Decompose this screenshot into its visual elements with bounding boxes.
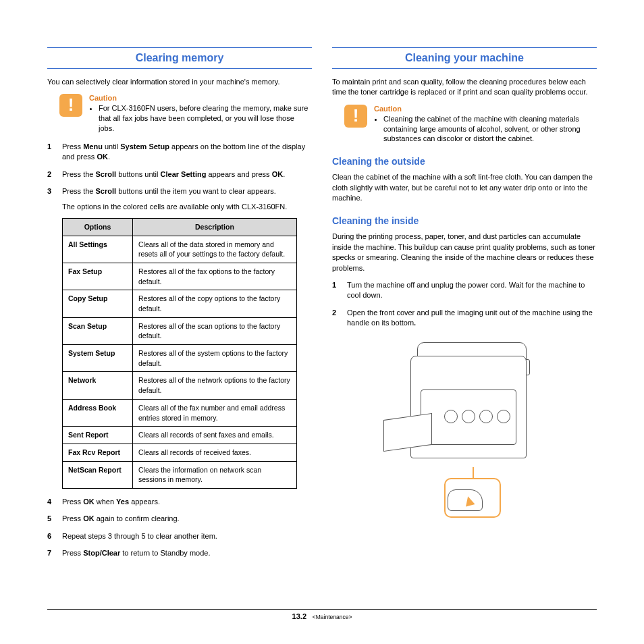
printer-tray <box>383 413 432 452</box>
table-row: Address BookClears all of the fax number… <box>63 399 297 426</box>
section-heading-clearing-memory: Clearing memory <box>47 47 312 69</box>
subheading-outside: Cleaning the outside <box>332 156 597 167</box>
section-name: <Maintenance> <box>313 614 352 620</box>
table-row: Sent ReportClears all records of sent fa… <box>63 427 297 444</box>
steps-list: Press Menu until System Setup appears on… <box>47 142 312 559</box>
step-2: Open the front cover and pull the imagin… <box>332 308 597 329</box>
note-colored-cells: The options in the colored cells are ava… <box>62 202 312 212</box>
two-column-layout: Clearing memory You can selectively clea… <box>47 47 597 566</box>
step-1: Press Menu until System Setup appears on… <box>47 142 312 163</box>
options-table: Options Description All SettingsClears a… <box>62 218 297 489</box>
table-row: Copy SetupRestores all of the copy optio… <box>63 290 297 317</box>
table-row: Fax SetupRestores all of the fax options… <box>63 263 297 290</box>
caution-item: For CLX-3160FN users, before clearing th… <box>99 103 312 134</box>
caution-text: Caution Cleaning the cabinet of the mach… <box>374 105 597 144</box>
table-row: NetworkRestores all of the network optio… <box>63 372 297 399</box>
left-column: Clearing memory You can selectively clea… <box>47 47 312 566</box>
knob-icon <box>444 410 458 423</box>
table-row: All SettingsClears all of the data store… <box>63 236 297 263</box>
subheading-inside: Cleaning the inside <box>332 215 597 226</box>
paragraph: During the printing process, paper, tone… <box>332 232 597 273</box>
table-row: Fax Rcv ReportClears all records of rece… <box>63 444 297 461</box>
chapter-number: 13 <box>292 612 300 620</box>
page-footer: 13.2 <Maintenance> <box>47 609 597 620</box>
table-row: System SetupRestores all of the system o… <box>63 345 297 372</box>
table-header-options: Options <box>63 218 133 236</box>
caution-box: Caution For CLX-3160FN users, before cle… <box>47 94 312 134</box>
manual-page: Clearing memory You can selectively clea… <box>0 0 644 644</box>
paragraph: Clean the cabinet of the machine with a … <box>332 172 597 203</box>
step-4: Press OK when Yes appears. <box>47 497 312 507</box>
caution-label: Caution <box>374 105 597 113</box>
section-heading-cleaning: Cleaning your machine <box>332 47 597 69</box>
table-header-description: Description <box>133 218 297 236</box>
page-number: .2 <box>300 612 306 620</box>
step-1: Turn the machine off and unplug the powe… <box>332 280 597 301</box>
step-3: Press the Scroll buttons until the item … <box>47 186 312 489</box>
table-row: NetScan ReportClears the information on … <box>63 461 297 488</box>
caution-box: Caution Cleaning the cabinet of the mach… <box>332 105 597 144</box>
step-7: Press Stop/Clear to return to Standby mo… <box>47 548 312 558</box>
intro-paragraph: You can selectively clear information st… <box>47 77 312 87</box>
knob-icon <box>462 410 475 423</box>
caution-item: Cleaning the cabinet of the machine with… <box>383 114 597 144</box>
caution-text: Caution For CLX-3160FN users, before cle… <box>89 94 312 134</box>
steps-list: Turn the machine off and unplug the powe… <box>332 280 597 329</box>
knob-icon <box>497 410 510 423</box>
printer-illustration <box>370 342 559 518</box>
knob-icon <box>479 410 493 423</box>
intro-paragraph: To maintain print and scan quality, foll… <box>332 77 597 98</box>
table-row: Scan SetupRestores all of the scan optio… <box>63 317 297 344</box>
step-2: Press the Scroll buttons until Clear Set… <box>47 169 312 180</box>
toner-knobs <box>444 410 510 423</box>
right-column: Cleaning your machine To maintain print … <box>332 47 597 566</box>
step-5: Press OK again to confirm clearing. <box>47 514 312 524</box>
caution-icon <box>344 105 367 128</box>
caution-label: Caution <box>89 94 312 102</box>
caution-icon <box>59 94 82 117</box>
step-6: Repeat steps 3 through 5 to clear anothe… <box>47 531 312 541</box>
